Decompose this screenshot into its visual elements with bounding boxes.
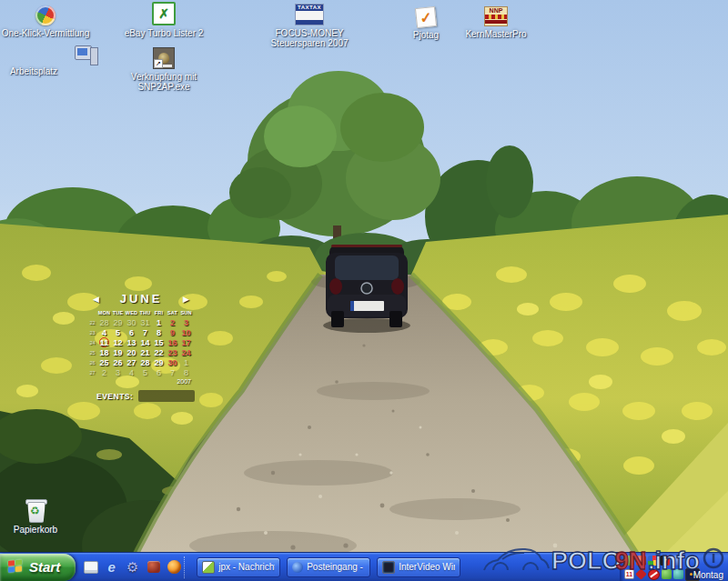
calendar-day[interactable]: 17 <box>181 337 190 347</box>
tray-german-flag-icon[interactable] <box>660 556 670 566</box>
calendar-day-today[interactable]: 11 <box>99 337 109 347</box>
tray-red-status-icon[interactable] <box>636 556 646 566</box>
desktop-icon-arbeitsplatz[interactable]: Arbeitsplatz <box>0 64 84 76</box>
shortcut-arrow-icon: ↗ <box>154 59 163 68</box>
calendar-day[interactable]: 12 <box>113 337 122 347</box>
calendar-day[interactable]: 21 <box>140 347 149 357</box>
calendar-day[interactable]: 26 <box>113 357 122 367</box>
windvr-icon <box>382 561 395 574</box>
calendar-day[interactable]: 7 <box>170 367 175 377</box>
mail-icon[interactable] <box>146 559 161 575</box>
start-button[interactable]: Start <box>0 554 76 581</box>
gear-icon[interactable]: ⚙ <box>125 559 140 575</box>
calendar-day[interactable]: 29 <box>154 357 163 367</box>
events-box <box>138 390 195 402</box>
desktop-icon-one-klick[interactable]: One-Klick-Vermittlung <box>0 2 96 38</box>
message-window-icon <box>202 561 215 574</box>
calendar-day[interactable]: 6 <box>129 327 134 337</box>
calendar-day[interactable]: 3 <box>184 317 188 327</box>
calendar-grid: MON TUE WED THU FRI SAT SUN 22 28 29 30 … <box>87 307 195 377</box>
show-desktop-icon[interactable] <box>83 559 98 575</box>
calendar-day[interactable]: 13 <box>126 337 136 347</box>
calendar-day[interactable]: 8 <box>184 367 188 377</box>
recycle-bin-icon: ♻ <box>0 496 71 522</box>
calendar-dow: FRI <box>155 307 163 317</box>
calendar-day[interactable]: 1 <box>157 317 161 327</box>
thunderbird-icon <box>292 562 303 573</box>
calendar-dow: SAT <box>167 307 177 317</box>
desktop-icon-ebay-turbo-lister[interactable]: ✗ eBay Turbo Lister 2 <box>114 2 214 38</box>
tray-red-diamond-icon[interactable] <box>635 568 646 579</box>
task-button-windvr[interactable]: InterVideo WinDVR 3 <box>377 557 460 577</box>
start-button-label: Start <box>29 559 60 575</box>
calendar-day[interactable]: 2 <box>170 317 175 327</box>
week-number: 24 <box>89 337 95 347</box>
task-button-label: jpx - Nachrichtensitzung <box>218 562 275 572</box>
calendar-day[interactable]: 23 <box>167 347 177 357</box>
calendar-day[interactable]: 15 <box>154 337 163 347</box>
desktop: One-Klick-Vermittlung ✗ eBay Turbo Liste… <box>0 0 728 581</box>
calendar-day[interactable]: 3 <box>116 367 120 377</box>
taskbar-separator <box>184 556 188 578</box>
desktop-icon-label: Papierkorb <box>0 525 71 535</box>
calendar-day[interactable]: 7 <box>143 327 147 337</box>
tray-blue-app-icon[interactable] <box>672 556 682 566</box>
calendar-dow: TUE <box>113 307 124 317</box>
calendar-day[interactable]: 24 <box>181 347 190 357</box>
calendar-day[interactable]: 28 <box>99 317 108 327</box>
internet-explorer-icon[interactable]: e <box>104 559 119 575</box>
computer-icon[interactable] <box>75 45 98 65</box>
calendar-day[interactable]: 31 <box>140 317 149 327</box>
calendar-day[interactable]: 25 <box>99 357 108 367</box>
tray-green-status-icon[interactable] <box>624 556 634 566</box>
calendar-next-icon[interactable]: ▶ <box>183 295 189 304</box>
desktop-icon-kernmasterpro[interactable]: NNP KernMasterPro <box>446 3 546 39</box>
firefox-icon[interactable] <box>167 559 182 575</box>
week-number: 23 <box>89 327 95 337</box>
week-number: 25 <box>89 347 95 357</box>
calendar-day[interactable]: 6 <box>157 367 161 377</box>
calendar-day[interactable]: 9 <box>170 327 175 337</box>
desktop-icon-papierkorb[interactable]: ♻ Papierkorb <box>0 496 71 535</box>
taskbar: Start e ⚙ jpx - Nachrichtensitzung Poste… <box>0 552 728 581</box>
calendar-day[interactable]: 30 <box>167 357 177 367</box>
calendar-day[interactable]: 1 <box>184 357 188 367</box>
calendar-day[interactable]: 5 <box>116 327 120 337</box>
nnp-icon: NNP <box>446 3 546 26</box>
shortcut-exe-icon: ↗ <box>114 45 214 69</box>
desktop-icon-verknuepfung[interactable]: ↗ Verknüpfung mit SNP2AP.exe <box>114 45 214 92</box>
week-number: 27 <box>89 367 95 377</box>
tray-clock-day[interactable]: Montag <box>693 570 723 580</box>
calendar-day[interactable]: 2 <box>102 367 106 377</box>
wallpaper-photo <box>0 0 728 581</box>
ebay-turbo-lister-icon: ✗ <box>114 2 214 25</box>
calendar-day[interactable]: 29 <box>113 317 122 327</box>
task-button-jpx[interactable]: jpx - Nachrichtensitzung <box>197 557 280 577</box>
events-label: EVENTS: <box>96 392 133 401</box>
car-vw-polo <box>323 245 410 333</box>
calendar-prev-icon[interactable]: ◀ <box>93 295 99 304</box>
tray-antivirus-icon[interactable] <box>648 569 660 580</box>
task-button-posteingang[interactable]: Posteingang - Thund... <box>287 557 370 577</box>
tray-green-dot-icon[interactable] <box>662 569 672 579</box>
week-number: 26 <box>89 357 95 367</box>
calendar-day[interactable]: 8 <box>157 327 161 337</box>
desktop-icon-focus-money[interactable]: TAXTAX FOCUS-MONEY Steuersparen 2007 <box>259 2 359 48</box>
tray-calendar-icon[interactable]: 11 <box>624 569 634 579</box>
desktop-icon-label: eBay Turbo Lister 2 <box>114 28 214 38</box>
calendar-day[interactable]: 4 <box>129 367 134 377</box>
calendar-day[interactable]: 18 <box>99 347 108 357</box>
calendar-day[interactable]: 27 <box>126 357 136 367</box>
calendar-day[interactable]: 5 <box>143 367 147 377</box>
calendar-day[interactable]: 20 <box>126 347 136 357</box>
calendar-day[interactable]: 14 <box>140 337 149 347</box>
calendar-day[interactable]: 30 <box>126 317 136 327</box>
calendar-day[interactable]: 28 <box>140 357 149 367</box>
calendar-day[interactable]: 10 <box>181 327 190 337</box>
tray-multicolor-app-icon[interactable] <box>648 556 658 566</box>
calendar-day[interactable]: 4 <box>102 327 106 337</box>
tray-teal-dot-icon[interactable] <box>673 569 683 579</box>
calendar-day[interactable]: 22 <box>154 347 163 357</box>
calendar-day[interactable]: 16 <box>167 337 177 347</box>
calendar-day[interactable]: 19 <box>113 347 122 357</box>
